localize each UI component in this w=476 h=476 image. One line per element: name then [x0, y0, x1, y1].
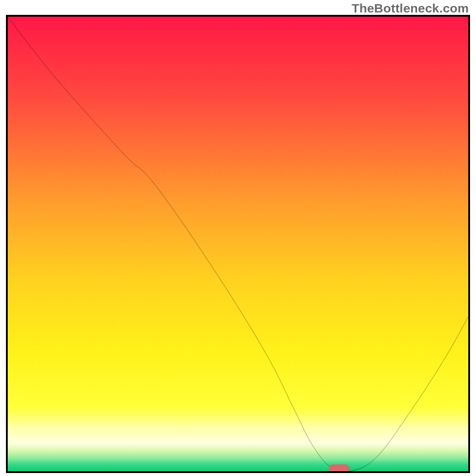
watermark-text: TheBottleneck.com [352, 1, 469, 15]
chart-frame [6, 15, 470, 473]
svg-rect-0 [8, 17, 468, 471]
optimal-marker [329, 465, 350, 473]
background-gradient [8, 17, 468, 471]
